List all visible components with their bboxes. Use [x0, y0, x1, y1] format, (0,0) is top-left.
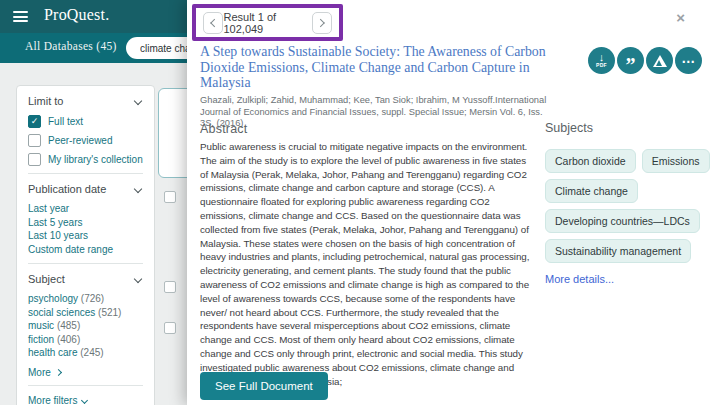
subject-count: (406): [57, 334, 80, 345]
more-details-link[interactable]: More details...: [545, 273, 711, 285]
subject-count: (521): [98, 307, 121, 318]
divider: [28, 173, 143, 174]
more-filters-link[interactable]: More filters: [28, 395, 143, 405]
subject-tag[interactable]: Sustainability management: [545, 239, 691, 263]
subject-tags: Carbon dioxide Emissions Climate change …: [545, 149, 711, 263]
filter-peer-reviewed[interactable]: Peer-reviewed: [28, 134, 143, 147]
annotation-highlight-box: Result 1 of 102,049: [192, 4, 343, 41]
obscured-result-checkbox: [164, 281, 176, 293]
result-count-label: Result 1 of 102,049: [223, 11, 311, 35]
all-databases-label[interactable]: All Databases (45): [25, 40, 117, 52]
chevron-down-icon: [81, 396, 88, 403]
subject-count: (726): [81, 293, 104, 304]
chevron-down-icon: [134, 97, 142, 105]
subjects-panel: Subjects Carbon dioxide Emissions Climat…: [545, 121, 711, 285]
previous-result-button[interactable]: [203, 12, 223, 34]
subject-fiction-link[interactable]: fiction (406): [28, 334, 143, 347]
divider: [28, 385, 143, 386]
check-icon: ✓: [31, 117, 39, 126]
pubdate-custom-range-link[interactable]: Custom date range: [28, 244, 143, 257]
chevron-down-icon: [134, 275, 142, 283]
subject-music-link[interactable]: music (485): [28, 320, 143, 333]
checkbox-checked[interactable]: ✓: [28, 115, 41, 128]
abstract-text: Public awareness is crucial to mitigate …: [200, 140, 533, 388]
limit-to-title: Limit to: [28, 95, 63, 107]
obscured-result-checkbox: [164, 191, 176, 203]
filter-full-text[interactable]: ✓ Full text: [28, 115, 143, 128]
obscured-result-checkbox: [164, 322, 176, 334]
filter-library-collection[interactable]: My library's collection: [28, 153, 143, 166]
next-result-button[interactable]: [312, 12, 332, 34]
download-pdf-icon: ↓ PDF: [596, 53, 607, 68]
subject-tag[interactable]: Climate change: [545, 179, 638, 203]
subject-count: (245): [80, 347, 103, 358]
subject-tag[interactable]: Developing countries—LDCs: [545, 209, 700, 233]
document-preview-modal: Result 1 of 102,049 × A Step towards Sus…: [187, 0, 711, 405]
hamburger-menu-icon[interactable]: [13, 11, 28, 22]
download-pdf-button[interactable]: ↓ PDF: [588, 47, 615, 74]
document-title-link[interactable]: A Step towards Sustainable Society: The …: [200, 44, 546, 91]
subject-title: Subject: [28, 273, 65, 285]
drive-triangle-icon: [653, 55, 667, 67]
proquest-page: ProQuest. All Databases (45) Limit to ✓ …: [0, 0, 711, 405]
chevron-right-icon: [55, 368, 62, 375]
divider: [28, 263, 143, 264]
subject-tag[interactable]: Carbon dioxide: [545, 149, 636, 173]
save-to-drive-button[interactable]: [646, 47, 673, 74]
limit-to-section-header[interactable]: Limit to: [28, 95, 143, 107]
subject-psychology-link[interactable]: psychology (726): [28, 293, 143, 306]
cite-button[interactable]: ”: [617, 47, 644, 74]
chevron-left-icon: [210, 18, 218, 26]
chevron-down-icon: [134, 185, 142, 193]
filter-label: Peer-reviewed: [48, 135, 112, 146]
subjects-heading: Subjects: [545, 121, 711, 135]
subject-health-care-link[interactable]: health care (245): [28, 347, 143, 360]
subject-count: (485): [57, 320, 80, 331]
subject-tag[interactable]: Emissions: [642, 149, 710, 173]
pubdate-last-year-link[interactable]: Last year: [28, 203, 143, 216]
close-icon[interactable]: ×: [676, 10, 685, 25]
pubdate-last-5-years-link[interactable]: Last 5 years: [28, 217, 143, 230]
chevron-right-icon: [316, 18, 324, 26]
publication-date-title: Publication date: [28, 183, 106, 195]
filter-label: My library's collection: [48, 154, 143, 165]
subject-section-header[interactable]: Subject: [28, 273, 143, 285]
see-full-document-button[interactable]: See Full Document: [200, 372, 328, 400]
checkbox-unchecked[interactable]: [28, 134, 41, 147]
more-options-button[interactable]: …: [675, 47, 702, 74]
abstract-heading: Abstract: [200, 122, 247, 136]
checkbox-unchecked[interactable]: [28, 153, 41, 166]
subject-more-link[interactable]: More: [28, 367, 143, 378]
filter-label: Full text: [48, 116, 83, 127]
document-actions: ↓ PDF ” …: [588, 47, 702, 74]
pubdate-last-10-years-link[interactable]: Last 10 years: [28, 230, 143, 243]
proquest-logo: ProQuest.: [44, 6, 109, 24]
publication-date-section-header[interactable]: Publication date: [28, 183, 143, 195]
filter-sidebar: Limit to ✓ Full text Peer-reviewed My li…: [16, 85, 155, 405]
citation-line: Ghazali, Zulkipli; Zahid, Muhammad; Kee,…: [200, 95, 550, 130]
subject-social-sciences-link[interactable]: social sciences (521): [28, 307, 143, 320]
